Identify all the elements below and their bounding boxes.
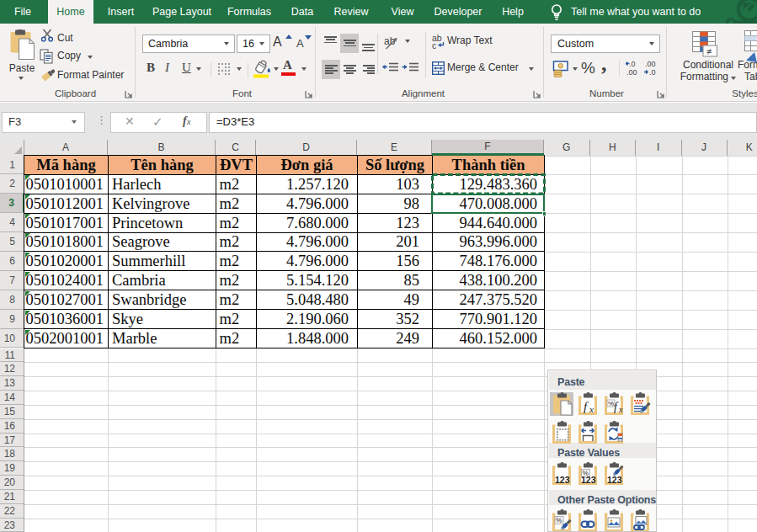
svg-text:.00: .00 [645,60,656,68]
svg-text:123: 123 [607,475,622,485]
svg-text:x: x [618,405,623,414]
svg-text:≠: ≠ [706,45,712,56]
svg-text:.0: .0 [629,60,636,68]
svg-text:x: x [589,404,594,414]
svg-text:.0: .0 [649,68,656,76]
svg-text:.00: .00 [626,68,637,76]
svg-text:c: c [432,40,436,49]
svg-text:123: 123 [555,475,570,485]
svg-text:123: 123 [581,475,596,485]
svg-text:%: % [556,516,562,524]
